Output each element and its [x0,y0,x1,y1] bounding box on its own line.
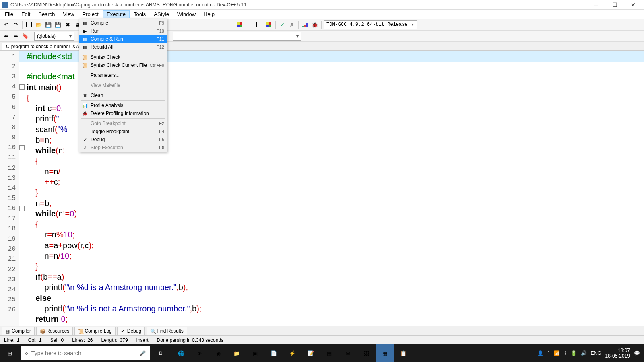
notification-icon[interactable]: 💬 [634,350,640,356]
edge-icon[interactable]: 🌐 [172,344,190,362]
menu-file[interactable]: File [1,10,17,18]
check-icon[interactable]: ✓ [278,20,287,29]
nav-fwd-icon[interactable]: ➡ [11,32,20,41]
line-number: 25 [0,295,19,305]
clock[interactable]: 18:07 18-05-2019 [605,348,630,359]
app5-icon[interactable]: 🖼 [357,344,375,362]
start-button[interactable]: ⊞ [0,344,19,362]
chart-icon: 📊 [82,102,88,109]
menu-item-delete-profiling-information[interactable]: 🐞Delete Profiling Information [79,109,167,117]
lang-indicator[interactable]: ENG [591,350,601,356]
file-tab[interactable]: C-program to check a number is ARM [2,43,91,50]
layout4-icon[interactable] [264,20,273,29]
mic-icon[interactable]: 🎤 [139,350,146,356]
app-icon [2,2,8,8]
length-val: 379 [120,337,128,343]
bottom-tab-resources[interactable]: 📦Resources [36,327,73,335]
menu-item-profile-analysis[interactable]: 📊Profile Analysis [79,101,167,109]
menu-item-syntax-check[interactable]: 📜Syntax Check [79,53,167,61]
bottom-tab-find-results[interactable]: 🔍Find Results [147,327,187,335]
bluetooth-icon[interactable]: ᛒ [564,350,567,356]
menu-item-label: Syntax Check [91,54,164,60]
separator [22,21,23,29]
menu-item-parameters-[interactable]: Parameters... [79,71,167,79]
store-icon[interactable]: 🛍 [191,344,208,362]
menu-execute[interactable]: Execute [103,10,130,18]
new-file-icon[interactable] [25,20,33,29]
menu-help[interactable]: Help [200,10,219,18]
mail-icon[interactable]: ✉ [339,344,357,362]
menu-item-compile-run[interactable]: ▦Compile & RunF11 [79,35,167,43]
battery-icon[interactable]: 🔋 [571,350,577,356]
app3-icon[interactable]: 📝 [302,344,320,362]
menu-project[interactable]: Project [78,10,103,18]
line-number: 23 [0,274,19,284]
save-all-icon[interactable]: 💾 [54,20,62,29]
save-icon[interactable]: 💾 [44,20,53,29]
menu-item-compile[interactable]: ▦CompileF9 [79,19,167,27]
separator [275,21,276,29]
menu-item-clean[interactable]: 🗑Clean [79,91,167,99]
line-number: 21 [0,254,19,264]
profile-icon[interactable] [301,20,310,29]
app2-icon[interactable]: ⚡ [283,344,301,362]
redo-icon[interactable]: ↷ [11,20,20,29]
terminal-icon[interactable]: ▣ [246,344,264,362]
menu-item-debug[interactable]: ✓DebugF5 [79,136,167,144]
wifi-icon[interactable]: 📶 [554,350,560,356]
compiler-select[interactable]: TDM-GCC 4.9.2 64-bit Release [324,20,417,29]
menu-item-label: Stop Execution [91,145,159,150]
nav-back-icon[interactable]: ⬅ [2,32,10,41]
devcpp-icon[interactable]: ▦ [376,344,394,362]
menu-item-goto-breakpoint: Goto BreakpointF2 [79,119,167,128]
menu-item-toggle-breakpoint[interactable]: Toggle BreakpointF4 [79,128,167,136]
layout-icon[interactable] [235,20,244,29]
app-icon[interactable]: 📄 [265,344,283,362]
scope-select[interactable]: (globals) [34,32,74,41]
member-select[interactable] [173,32,301,41]
separator [298,21,299,29]
menu-item-stop-execution: ✗Stop ExecutionF6 [79,144,167,152]
bottom-tab-compile-log[interactable]: 📜Compile Log [74,327,115,335]
menu-item-label: Delete Profiling Information [91,111,164,116]
search-input[interactable] [31,350,136,356]
chevron-up-icon[interactable]: ˄ [547,350,550,356]
menu-item-shortcut: F4 [159,129,164,134]
undo-icon[interactable]: ↶ [2,20,10,29]
close-button[interactable]: ✕ [624,0,642,9]
layout2-icon[interactable] [245,20,254,29]
menu-item-label: Parameters... [91,72,164,78]
minimize-button[interactable]: ─ [587,0,605,9]
volume-icon[interactable]: 🔊 [581,350,587,356]
taskbar: ⊞ ○ 🎤 ⧉ 🌐 🛍 ◉ 📁 ▣ 📄 ⚡ 📝 ▦ ✉ 🖼 ▦ 📋 👤 ˄ 📶 … [0,344,644,362]
menu-search[interactable]: Search [34,10,59,18]
menu-edit[interactable]: Edit [17,10,34,18]
chrome-icon[interactable]: ◉ [209,344,227,362]
menu-view[interactable]: View [59,10,78,18]
app6-icon[interactable]: 📋 [394,344,412,362]
tab-icon: ✓ [121,329,126,333]
bottom-tab-compiler[interactable]: ▦Compiler [2,327,35,335]
menu-astyle[interactable]: AStyle [150,10,173,18]
close-file-icon[interactable]: ✖ [63,20,72,29]
statusbar: Line:1 Col:1 Sel:0 Lines:26 Length:379 I… [0,335,644,344]
menu-item-shortcut: F12 [157,45,164,49]
menu-tools[interactable]: Tools [130,10,150,18]
line-number: 17 [0,214,19,224]
maximize-button[interactable]: ☐ [605,0,624,9]
bottom-tab-debug[interactable]: ✓Debug [117,327,145,335]
menu-item-rebuild-all[interactable]: ▦Rebuild AllF12 [79,43,167,51]
layout3-icon[interactable] [255,20,264,29]
task-view-icon[interactable]: ⧉ [151,344,169,362]
people-icon[interactable]: 👤 [537,350,543,356]
explorer-icon[interactable]: 📁 [228,344,246,362]
nav-bookmark-icon[interactable]: 🔖 [21,32,30,41]
menu-window[interactable]: Window [173,10,200,18]
x-icon[interactable]: ✗ [287,20,296,29]
app4-icon[interactable]: ▦ [320,344,338,362]
delete-profile-icon[interactable]: 🐞 [310,20,319,29]
open-file-icon[interactable]: 📂 [34,20,43,29]
menu-item-run[interactable]: ▶RunF10 [79,27,167,35]
menu-item-syntax-check-current-file[interactable]: 📜Syntax Check Current FileCtrl+F9 [79,61,167,69]
taskbar-search[interactable]: ○ 🎤 [21,346,150,360]
